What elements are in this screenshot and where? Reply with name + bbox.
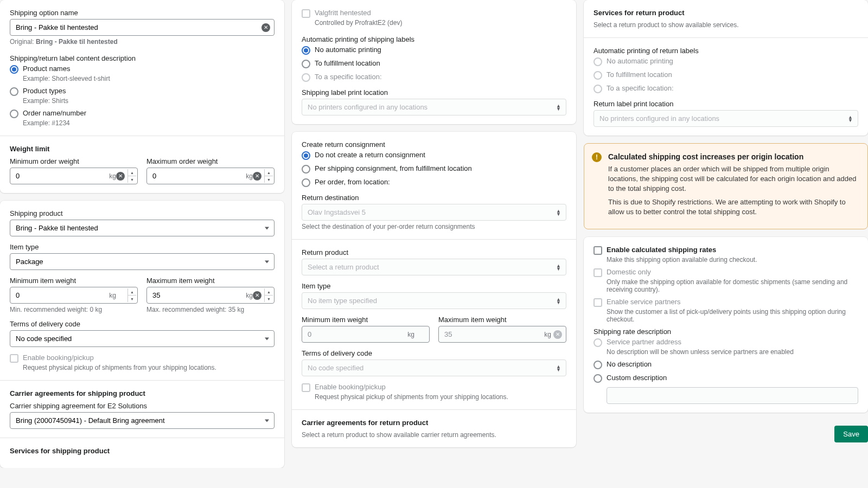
autoprint-option[interactable]: No automatic printing [302,46,566,55]
partners-checkbox [593,298,602,307]
rate-desc-option[interactable]: No description [593,360,858,369]
services-shipping-title: Services for shipping product [10,447,275,455]
clear-icon[interactable]: ✕ [116,172,125,181]
enable-booking-help: Request physical pickup of shipments fro… [23,364,216,371]
enable-calc-help: Make this shipping option available duri… [607,256,757,264]
r-enable-booking-checkbox [302,383,310,392]
max-rec-help: Max. recommended weight: 35 kg [146,306,275,313]
radio[interactable] [593,374,602,383]
radio-label: To fulfillment location [315,59,380,67]
create-return-label: Create return consignment [302,140,566,149]
weight-limit-title: Weight limit [10,145,275,153]
radio-label: Per order, from location: [315,178,390,186]
radio[interactable] [10,65,18,74]
shipping-product-select[interactable]: Bring - Pakke til hentested [10,220,275,236]
stepper[interactable]: ▲▼ [264,288,273,302]
return-consignment-card: Create return consignment Do not create … [292,132,576,447]
terms-select[interactable]: No code specified [10,330,275,347]
banner-p1: If a customer places an order which will… [608,164,859,194]
radio[interactable] [302,178,310,187]
stepper[interactable]: ▲▼ [264,169,273,183]
valgfritt-help: Controlled by ProfraktE2 (dev) [315,19,402,27]
min-item-weight-label: Minimum item weight [10,277,138,285]
clear-icon[interactable]: ✕ [253,172,261,181]
max-order-weight-label: Maximum order weight [146,157,275,165]
radio [593,57,602,66]
return-dest-help: Select the destination of your per-order… [302,223,566,230]
carrier-agreement-select[interactable]: Bring (20007450941) - Default Bring agre… [10,412,275,429]
terms-label: Terms of delivery code [10,320,275,328]
clear-icon[interactable]: ✕ [253,291,261,300]
autoprint-option: To a specific location: [302,73,566,82]
radio-help: Example: Short-sleeved t-shirt [23,75,110,82]
radio[interactable] [593,361,602,369]
radio [593,85,602,93]
domestic-help: Only make the shipping option available … [607,278,858,293]
radio-label: No automatic printing [315,46,381,54]
create-return-option[interactable]: Per shipping consignment, from fulfillme… [302,164,566,174]
radio[interactable] [302,165,310,174]
min-item-weight-input[interactable] [10,287,138,304]
shipping-print-card: Valgfritt hentested Controlled by Profra… [292,0,576,124]
rate-desc-option: Service partner addressNo description wi… [593,338,858,356]
clear-icon: ✕ [553,330,562,339]
enable-booking-label: Enable booking/pickup [23,354,216,362]
ship-print-loc-label: Shipping label print location [302,88,566,97]
return-print-loc-select: No printers configured in any locations [593,110,858,127]
domestic-label: Domestic only [607,268,858,276]
r-enable-booking-help: Request physical pickup of shipments fro… [315,393,508,401]
radio-label: Per shipping consignment, from fulfillme… [315,164,472,172]
rterms-label: Terms of delivery code [302,349,566,357]
radio-label: Service partner address [607,338,794,346]
rate-desc-label: Shipping rate description [593,328,858,336]
autoprint-option[interactable]: To fulfillment location [302,59,566,68]
rmin-label: Minimum item weight [302,316,430,324]
calculated-rates-card: Enable calculated shipping rates Make th… [584,237,868,413]
rate-desc-option[interactable]: Custom description [593,374,858,383]
create-return-option[interactable]: Do not create a return consignment [302,151,566,160]
enable-calc-checkbox[interactable] [593,246,602,255]
enable-calc-label: Enable calculated shipping rates [607,246,757,254]
warning-icon: ! [592,152,602,162]
radio-label: Custom description [607,374,667,382]
partners-help: Show the customer a list of pick-up/deli… [607,308,858,323]
stepper[interactable]: ▲▼ [127,169,136,183]
valgfritt-label: Valgfritt hentested [315,9,402,17]
radio-label: To a specific location: [607,84,674,92]
auto-print-ship-label: Automatic printing of shipping labels [302,35,566,43]
return-product-select: Select a return product [302,259,566,275]
enable-booking-checkbox[interactable] [10,354,18,363]
radio[interactable] [302,151,310,160]
ship-print-loc-select: No printers configured in any locations [302,99,566,115]
shipping-option-card: Shipping option name ✕ Original: Bring -… [0,0,284,193]
content-desc-label: Shipping/return label content descriptio… [10,54,275,62]
rcarrier-title: Carrier agreements for return product [302,419,566,427]
create-return-option[interactable]: Per order, from location: [302,178,566,187]
radio-label: To fulfillment location [607,70,672,79]
radio-label: Order name/number [23,109,86,117]
shipping-option-name-input[interactable] [10,19,275,36]
min-rec-help: Min. recommended weight: 0 kg [10,306,138,313]
services-return-title: Services for return product [593,9,858,17]
radio[interactable] [302,60,310,68]
domestic-checkbox [593,268,602,277]
banner-title: Calculated shipping cost increases per o… [608,152,859,161]
banner-p2: This is due to Shopify restrictions. We … [608,197,859,217]
radio-label: Product types [23,87,68,95]
content-option[interactable]: Product typesExample: Shirts [10,87,275,105]
radio-help: No description will be shown unless serv… [607,348,794,356]
clear-icon[interactable]: ✕ [261,23,270,32]
return-print-loc-label: Return label print location [593,100,858,108]
autoprint-return-option: No automatic printing [593,57,858,66]
radio[interactable] [10,110,18,118]
item-type-select[interactable]: Package [10,253,275,270]
radio[interactable] [10,87,18,96]
radio-label: To a specific location: [315,73,382,81]
rmax-label: Maximum item weight [438,316,566,324]
content-option[interactable]: Order name/numberExample: #1234 [10,109,275,127]
stepper[interactable]: ▲▼ [127,288,136,302]
save-button[interactable]: Save [834,426,868,442]
radio[interactable] [302,46,310,55]
shipping-option-name-label: Shipping option name [10,9,275,17]
content-option[interactable]: Product namesExample: Short-sleeved t-sh… [10,65,275,82]
